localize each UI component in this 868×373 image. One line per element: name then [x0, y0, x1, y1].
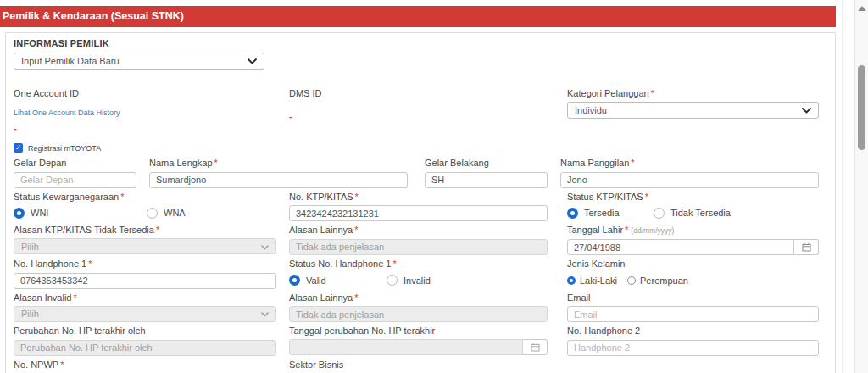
chevron-down-icon [261, 242, 269, 252]
chevron-down-icon [261, 309, 269, 319]
kategori-pelanggan-label: Kategori Pelanggan [567, 88, 649, 98]
alasan-lainnya-ktp-label: Alasan Lainnya [289, 225, 353, 235]
required-mark: * [355, 192, 359, 202]
status-handphone1-label: Status No. Handphone 1 [289, 259, 391, 269]
row-alasan-ktp: Alasan KTP/KITAS Tidak Tersedia* Pilih A… [14, 225, 827, 255]
tanggal-perubahan-hp-input [289, 339, 523, 355]
kategori-pelanggan-col: Kategori Pelanggan* Individu [567, 88, 819, 133]
required-mark: * [392, 259, 396, 269]
radio-icon [654, 208, 665, 219]
pemilik-mode-value: Input Pemilik Data Baru [21, 56, 120, 66]
required-mark: * [214, 158, 218, 168]
row-handphone1: No. Handphone 1* Status No. Handphone 1*… [14, 259, 827, 289]
email-label: Email [567, 292, 819, 303]
required-mark: * [354, 225, 358, 235]
calendar-icon [802, 240, 811, 255]
radio-icon [14, 208, 25, 219]
gelar-depan-input[interactable] [14, 172, 136, 188]
pemilik-mode-select[interactable]: Input Pemilik Data Baru [14, 53, 264, 70]
required-mark: * [88, 259, 92, 269]
alasan-invalid-select: Pilih [14, 306, 276, 322]
registrasi-mtoyota-checkbox[interactable]: ✓ [14, 143, 23, 153]
tanggal-perubahan-calendar-button [523, 339, 548, 355]
perubahan-hp-oleh-input [14, 340, 276, 356]
row-kewarganegaraan: Status Kewarganegaraan* WNI WNA No. KTP/… [14, 192, 827, 222]
page-divider [842, 0, 843, 373]
dms-id-value: - [289, 111, 567, 121]
informasi-pemilik-panel: INFORMASI PEMILIK Input Pemilik Data Bar… [5, 32, 836, 373]
kategori-pelanggan-value: Individu [575, 105, 607, 115]
required-mark: * [651, 88, 654, 98]
registrasi-mtoyota-label: Registrasi mTOYOTA [28, 144, 101, 153]
radio-icon [289, 275, 300, 286]
tanggal-lahir-input[interactable] [567, 239, 794, 255]
ktp-input[interactable] [289, 205, 548, 221]
alasan-lainnya-hp-label: Alasan Lainnya [289, 292, 353, 303]
email-input[interactable] [567, 306, 819, 322]
scrollbar-thumb[interactable] [858, 65, 865, 150]
chevron-down-icon [248, 56, 257, 66]
perempuan-radio[interactable]: Perempuan [627, 276, 688, 286]
radio-icon [567, 208, 578, 219]
handphone1-input[interactable] [14, 273, 276, 289]
row-alasan-invalid: Alasan Invalid* Pilih Alasan Lainnya* Em… [14, 292, 827, 323]
alasan-ktp-value: Pilih [21, 242, 39, 252]
name-row: Gelar Depan Nama Lengkap* Gelar Belakang… [14, 158, 827, 188]
perubahan-hp-oleh-label: Perubahan No. HP terakhir oleh [14, 326, 276, 337]
date-format-hint: (dd/mm/yyyy) [631, 226, 674, 235]
registrasi-mtoyota-row: ✓ Registrasi mTOYOTA [14, 143, 827, 153]
page-title: Pemilik & Kendaraan (Sesuai STNK) [3, 10, 184, 22]
one-account-label: One Account ID [14, 88, 289, 99]
ktp-label: No. KTP/KITAS [289, 192, 353, 202]
valid-radio[interactable]: Valid [289, 275, 387, 286]
invalid-radio[interactable]: Invalid [387, 275, 431, 286]
radio-icon [387, 275, 398, 286]
status-ktp-label: Status KTP/KITAS [567, 192, 643, 202]
alasan-invalid-label: Alasan Invalid [14, 292, 72, 303]
row-perubahan-hp: Perubahan No. HP terakhir oleh Tanggal p… [14, 326, 827, 356]
tanggal-lahir-label: Tanggal Lahir [567, 225, 623, 235]
sektor-bisnis-label: Sektor Bisnis [289, 359, 548, 370]
informasi-pemilik-title: INFORMASI PEMILIK [14, 38, 827, 48]
wni-radio[interactable]: WNI [14, 208, 147, 219]
radio-icon [147, 208, 158, 219]
tersedia-radio[interactable]: Tersedia [567, 208, 654, 219]
nama-panggilan-input[interactable] [560, 172, 819, 188]
kategori-pelanggan-select[interactable]: Individu [567, 102, 819, 119]
required-mark: * [645, 192, 648, 202]
laki-laki-radio[interactable]: Laki-Laki [567, 276, 617, 286]
wna-radio[interactable]: WNA [147, 208, 186, 219]
scroll-up-icon[interactable] [858, 6, 866, 11]
gelar-depan-label: Gelar Depan [14, 158, 136, 169]
tidak-tersedia-radio[interactable]: Tidak Tersedia [654, 208, 731, 219]
calendar-icon [531, 340, 540, 355]
section-header-bar: Pemilik & Kendaraan (Sesuai STNK) [0, 6, 836, 27]
row-npwp: No. NPWP* Sektor Bisnis Pilih [14, 359, 827, 373]
vertical-scrollbar[interactable] [854, 0, 868, 373]
account-id-row: One Account ID Lihat One Account Data Hi… [14, 88, 827, 133]
one-account-value: - [14, 123, 289, 133]
required-mark: * [74, 292, 77, 303]
alasan-invalid-value: Pilih [21, 309, 39, 319]
pemilik-kendaraan-form: Pemilik & Kendaraan (Sesuai STNK) INFORM… [0, 0, 868, 373]
nama-lengkap-input[interactable] [149, 172, 408, 188]
handphone2-input[interactable] [567, 340, 819, 356]
required-mark: * [156, 225, 159, 235]
one-account-col: One Account ID Lihat One Account Data Hi… [14, 88, 289, 133]
required-mark: * [120, 192, 124, 202]
dms-id-label: DMS ID [289, 88, 567, 99]
required-mark: * [631, 158, 634, 168]
gelar-belakang-input[interactable] [425, 172, 548, 188]
tanggal-lahir-calendar-button[interactable] [794, 239, 819, 255]
alasan-ktp-label: Alasan KTP/KITAS Tidak Tersedia [14, 225, 154, 235]
one-account-history-link[interactable]: Lihat One Account Data History [14, 109, 120, 117]
npwp-label: No. NPWP [14, 359, 58, 370]
gelar-belakang-label: Gelar Belakang [425, 158, 548, 169]
radio-icon [567, 276, 576, 285]
required-mark: * [354, 292, 358, 303]
kewarganegaraan-label: Status Kewarganegaraan [14, 192, 119, 202]
nama-panggilan-label: Nama Panggilan [560, 158, 629, 168]
radio-icon [627, 276, 636, 285]
check-icon: ✓ [15, 143, 22, 152]
required-mark: * [60, 359, 64, 370]
